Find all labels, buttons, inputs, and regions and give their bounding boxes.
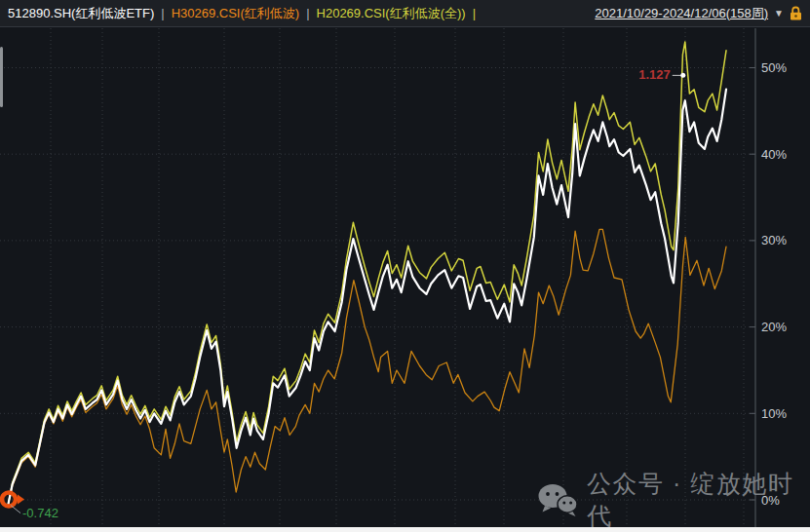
series-line-512890 (8, 90, 726, 507)
start-value-label: -0.742 (22, 506, 58, 520)
legend-separator: | (306, 6, 309, 20)
price-chart: 0%10%20%30%40%50%-0.7421.127 (0, 28, 810, 527)
y-axis-label: 20% (761, 320, 787, 334)
legend-separator: | (473, 6, 476, 20)
start-label-pointer (11, 506, 20, 513)
date-range-control[interactable]: 2021/10/29-2024/12/06(158周) ▼ (595, 5, 802, 22)
bottom-edge (0, 527, 810, 532)
date-range-label[interactable]: 2021/10/29-2024/12/06(158周) (595, 5, 768, 22)
dropdown-caret-icon[interactable]: ▼ (774, 9, 784, 19)
y-axis-label: 30% (761, 233, 787, 247)
y-axis-label: 10% (761, 406, 787, 421)
legend: 512890.SH(红利低波ETF) | H30269.CSI(红利低波) | … (8, 5, 476, 22)
legend-bar: 512890.SH(红利低波ETF) | H30269.CSI(红利低波) | … (0, 0, 810, 27)
peak-value-label: 1.127 (638, 67, 671, 82)
y-axis-label: 50% (761, 60, 787, 75)
legend-item-h20269[interactable]: H20269.CSI(红利低波(全)) (317, 5, 466, 22)
chart-window: 512890.SH(红利低波ETF) | H30269.CSI(红利低波) | … (0, 0, 810, 532)
start-marker-arrow (18, 495, 24, 505)
y-axis-label: 0% (761, 493, 780, 508)
legend-item-h30269[interactable]: H30269.CSI(红利低波) (172, 5, 299, 22)
lock-icon[interactable] (790, 6, 802, 20)
legend-separator: | (161, 6, 164, 20)
left-scrollbar-thumb[interactable] (0, 47, 3, 107)
legend-item-512890[interactable]: 512890.SH(红利低波ETF) (8, 5, 154, 22)
series-line-H20269 (8, 42, 726, 507)
peak-point-dot (680, 73, 685, 78)
y-axis-label: 40% (761, 147, 787, 162)
series-line-H30269 (8, 229, 726, 506)
